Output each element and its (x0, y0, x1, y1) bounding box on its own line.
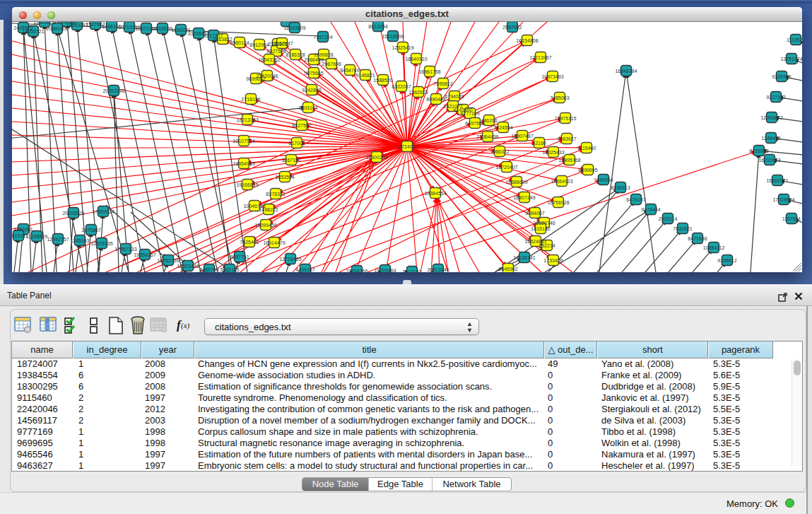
svg-text:9146821: 9146821 (355, 73, 375, 78)
svg-text:5682115: 5682115 (220, 267, 240, 272)
svg-text:1999828: 1999828 (314, 52, 333, 57)
svg-text:12213967: 12213967 (529, 55, 551, 60)
svg-text:9857791: 9857791 (230, 255, 249, 259)
svg-text:9245612: 9245612 (717, 258, 736, 263)
svg-text:1498222: 1498222 (259, 207, 278, 212)
svg-text:6479197: 6479197 (626, 197, 645, 202)
svg-text:16033809: 16033809 (283, 25, 305, 30)
svg-text:9474444: 9474444 (641, 207, 660, 212)
svg-text:19099459: 19099459 (254, 223, 276, 228)
svg-text:1353594: 1353594 (275, 175, 294, 180)
svg-text:8454749: 8454749 (340, 68, 359, 73)
svg-text:10654112: 10654112 (703, 245, 725, 250)
svg-text:746266: 746266 (481, 118, 497, 123)
svg-text:18724007: 18724007 (396, 144, 418, 149)
svg-text:20206526: 20206526 (62, 211, 84, 216)
svg-text:6899695: 6899695 (578, 168, 597, 173)
svg-text:12505135: 12505135 (90, 241, 112, 246)
svg-text:62160: 62160 (532, 141, 546, 146)
svg-text:1733426: 1733426 (543, 258, 563, 263)
svg-text:19654963: 19654963 (233, 161, 254, 166)
svg-text:11156829: 11156829 (26, 234, 47, 239)
svg-text:10107554: 10107554 (233, 139, 254, 144)
svg-text:3624554: 3624554 (493, 125, 512, 130)
svg-text:2087682: 2087682 (502, 25, 522, 30)
svg-text:12975115: 12975115 (555, 116, 577, 121)
svg-text:10025433: 10025433 (542, 150, 564, 155)
svg-text:13751074: 13751074 (780, 57, 802, 62)
svg-text:10688609: 10688609 (505, 180, 527, 185)
svg-text:16782759: 16782759 (157, 258, 179, 263)
svg-text:9777169: 9777169 (460, 111, 479, 116)
svg-text:14136141: 14136141 (513, 255, 535, 260)
svg-text:9329966: 9329966 (772, 74, 791, 79)
svg-text:7632621: 7632621 (673, 226, 692, 231)
svg-text:13716485: 13716485 (279, 257, 301, 262)
svg-text:9227342: 9227342 (766, 95, 785, 100)
svg-text:1645902: 1645902 (498, 267, 517, 271)
svg-text:12325419: 12325419 (392, 45, 413, 50)
svg-text:7485063: 7485063 (550, 95, 569, 100)
svg-text:15692971: 15692971 (766, 178, 788, 183)
svg-text:7515526: 7515526 (153, 26, 172, 31)
svg-text:(x): (x) (181, 321, 190, 330)
svg-text:2718176: 2718176 (241, 97, 260, 102)
svg-text:17359924: 17359924 (92, 209, 114, 214)
svg-text:15495768: 15495768 (558, 158, 580, 163)
svg-text:19299464: 19299464 (374, 268, 396, 273)
svg-text:8186328: 8186328 (286, 52, 305, 57)
svg-text:7955812: 7955812 (433, 81, 452, 86)
svg-text:12213363: 12213363 (236, 117, 258, 122)
svg-text:16120746: 16120746 (533, 221, 555, 226)
svg-text:20691406: 20691406 (46, 26, 68, 31)
svg-text:18807249: 18807249 (513, 195, 535, 200)
svg-text:16914479: 16914479 (263, 240, 285, 245)
svg-text:20053346: 20053346 (102, 88, 124, 93)
svg-text:12942757: 12942757 (47, 237, 69, 242)
svg-text:1615132: 1615132 (531, 226, 550, 231)
svg-text:19756928: 19756928 (547, 200, 569, 205)
svg-text:16210643: 16210643 (758, 158, 780, 163)
svg-text:8938913: 8938913 (611, 185, 630, 190)
svg-text:6794028: 6794028 (445, 94, 464, 99)
svg-text:12093872: 12093872 (760, 115, 782, 120)
svg-text:23706266: 23706266 (346, 269, 367, 273)
svg-text:8912954: 8912954 (249, 42, 269, 47)
svg-text:22455603: 22455603 (33, 22, 55, 25)
svg-text:16154808: 16154808 (516, 38, 538, 43)
svg-text:16543362: 16543362 (258, 57, 280, 62)
svg-text:12923446: 12923446 (177, 264, 199, 269)
svg-text:9899612: 9899612 (246, 76, 265, 81)
svg-text:1640954: 1640954 (594, 177, 613, 182)
svg-text:3975867: 3975867 (81, 228, 100, 233)
svg-text:817006: 817006 (288, 141, 305, 146)
svg-text:14055721: 14055721 (22, 29, 44, 34)
svg-text:3917183: 3917183 (402, 269, 421, 273)
svg-text:1362615: 1362615 (408, 90, 428, 95)
svg-text:252214: 252214 (539, 243, 555, 248)
svg-text:15218506: 15218506 (382, 34, 404, 39)
svg-text:6322037: 6322037 (392, 84, 411, 89)
svg-text:9463627: 9463627 (557, 136, 576, 141)
svg-text:7625402: 7625402 (240, 240, 259, 245)
svg-text:15720407: 15720407 (495, 165, 517, 170)
svg-text:2066449: 2066449 (304, 57, 323, 62)
svg-text:8489709: 8489709 (199, 267, 218, 272)
svg-text:7357224: 7357224 (313, 35, 332, 40)
svg-text:8960124: 8960124 (230, 40, 249, 45)
svg-text:9327508: 9327508 (266, 49, 286, 54)
svg-text:16648784: 16648784 (615, 69, 637, 74)
svg-text:9084067: 9084067 (525, 211, 544, 216)
svg-text:17957233: 17957233 (114, 247, 136, 252)
svg-text:19358167: 19358167 (134, 252, 155, 257)
svg-text:1145193: 1145193 (71, 238, 90, 243)
svg-text:8215958: 8215958 (749, 148, 768, 153)
svg-text:1113574: 1113574 (787, 37, 802, 42)
svg-text:5875685: 5875685 (304, 71, 323, 76)
svg-text:1167531: 1167531 (782, 216, 801, 221)
svg-text:15157347: 15157347 (271, 41, 293, 46)
svg-text:10973493: 10973493 (541, 74, 563, 79)
svg-text:1588520: 1588520 (373, 78, 392, 83)
svg-text:1850261: 1850261 (13, 227, 33, 232)
svg-text:19654923: 19654923 (551, 179, 572, 184)
